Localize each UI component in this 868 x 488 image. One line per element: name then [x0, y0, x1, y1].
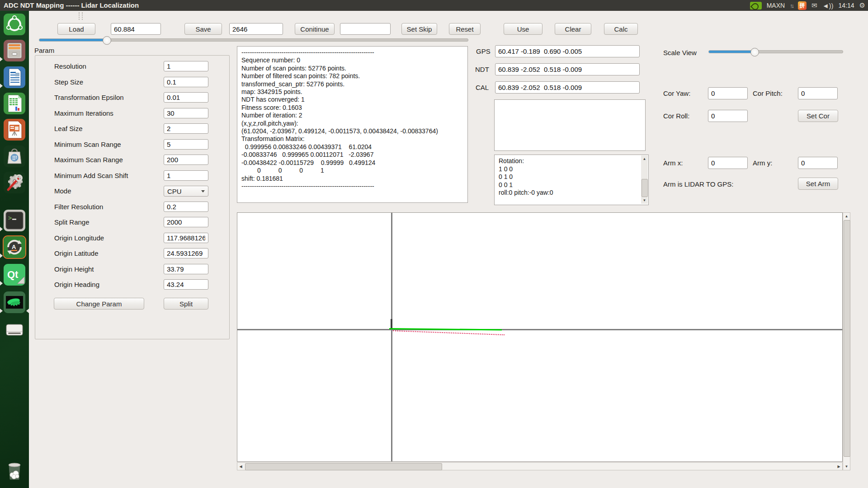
- cor-yaw-input[interactable]: [708, 87, 748, 99]
- plot-vscrollbar-thumb[interactable]: [844, 220, 850, 457]
- dock-item-ubuntu[interactable]: [4, 14, 25, 35]
- set-cor-button[interactable]: Set Cor: [798, 110, 838, 122]
- use-button[interactable]: Use: [504, 23, 542, 35]
- dock-item-settings[interactable]: [4, 172, 25, 193]
- scroll-up-icon[interactable]: ▲: [641, 155, 648, 162]
- dock-item-pointcloud-app[interactable]: [4, 291, 25, 313]
- window-title: ADC NDT Mapping ------ Lidar Localizatio…: [4, 0, 139, 11]
- dock-item-trash[interactable]: [4, 460, 25, 482]
- desktop: ADC NDT Mapping ------ Lidar Localizatio…: [0, 0, 868, 488]
- param-input-maximum-iterations[interactable]: [164, 108, 208, 118]
- running-indicator: [0, 281, 3, 286]
- calc-button[interactable]: Calc: [604, 23, 638, 35]
- param-input-origin-longitude[interactable]: [164, 233, 208, 243]
- load-button[interactable]: Load: [57, 23, 95, 35]
- scale-slider-fill: [709, 51, 754, 53]
- ndt-log-panel[interactable]: ----------------------------------------…: [237, 46, 468, 203]
- param-input-origin-height[interactable]: [164, 264, 208, 274]
- dock-item-software[interactable]: [4, 145, 25, 167]
- clock[interactable]: 14:14: [839, 2, 854, 9]
- reset-button[interactable]: Reset: [449, 23, 481, 35]
- param-label-origin-latitude: Origin Latitude: [54, 249, 99, 257]
- continue-button[interactable]: Conitinue: [295, 23, 335, 35]
- split-button[interactable]: Split: [164, 298, 208, 310]
- plot-vscrollbar[interactable]: ▲ ▼: [843, 212, 850, 470]
- mail-icon[interactable]: ✉: [811, 1, 817, 9]
- cor-roll-input[interactable]: [708, 110, 748, 122]
- map-plot-view[interactable]: [237, 212, 843, 462]
- rotation-scrollbar[interactable]: ▲ ▼: [641, 155, 648, 204]
- param-input-minimum-scan-range[interactable]: [164, 139, 208, 150]
- param-label-minimum-scan-range: Minimum Scan Range: [54, 141, 121, 148]
- param-label-origin-longitude: Origin Longitude: [54, 234, 104, 242]
- param-input-origin-latitude[interactable]: [164, 248, 208, 258]
- param-label-resolution: Resolution: [54, 62, 86, 70]
- clear-button[interactable]: Clear: [555, 23, 591, 35]
- arm-x-input[interactable]: [708, 157, 748, 169]
- scroll-left-icon[interactable]: ◀: [237, 463, 244, 470]
- change-param-button[interactable]: Change Param: [54, 298, 144, 310]
- scroll-down-icon[interactable]: ▼: [843, 463, 850, 470]
- save-value-input[interactable]: [229, 23, 283, 35]
- network-arrows-icon[interactable]: ↑↓: [790, 2, 793, 9]
- param-label-leaf-size: Leaf Size: [54, 125, 83, 132]
- gear-wrench-icon: [4, 172, 25, 193]
- rotation-panel[interactable]: Rotation: 1 0 0 0 1 0 0 0 1 roll:0 pitch…: [494, 155, 649, 205]
- running-indicator: [0, 57, 3, 61]
- param-input-filter-resolution[interactable]: [164, 202, 208, 212]
- scale-slider-handle[interactable]: [750, 48, 759, 56]
- plot-hscrollbar-thumb[interactable]: [245, 463, 442, 470]
- dock-item-disk[interactable]: [4, 319, 25, 341]
- param-input-origin-heading[interactable]: [164, 279, 208, 290]
- scroll-right-icon[interactable]: ▶: [835, 463, 842, 470]
- param-input-leaf-size[interactable]: [164, 123, 208, 134]
- rotation-scrollbar-thumb[interactable]: [642, 179, 648, 197]
- plot-hscrollbar[interactable]: ◀ ▶: [237, 462, 843, 470]
- set-arm-button[interactable]: Set Arm: [798, 178, 838, 190]
- svg-text:A: A: [12, 244, 16, 250]
- svg-text:>: >: [8, 214, 12, 221]
- param-label-origin-heading: Origin Heading: [54, 281, 99, 288]
- input-method-icon[interactable]: 拼: [798, 1, 807, 10]
- trash-icon: [4, 460, 25, 482]
- param-label-minimum-add-scan-shift: Minimum Add Scan Shift: [54, 172, 128, 179]
- dock-item-terminal[interactable]: >: [4, 210, 25, 231]
- cor-pitch-input[interactable]: [798, 87, 838, 99]
- nvidia-icon[interactable]: [750, 2, 762, 9]
- mode-combobox[interactable]: CPU: [164, 186, 208, 197]
- dock-item-qtcreator[interactable]: Qt: [4, 264, 25, 286]
- scroll-down-icon[interactable]: ▼: [641, 197, 648, 204]
- disk-drive-icon: [4, 319, 25, 341]
- ndt-value-input[interactable]: [495, 63, 640, 75]
- dock-item-files[interactable]: [4, 40, 25, 61]
- qt-icon: Qt: [4, 264, 25, 286]
- backup-sync-icon: A: [4, 236, 25, 258]
- param-label-split-range: Split Range: [54, 218, 90, 226]
- load-value-input[interactable]: [111, 23, 161, 35]
- session-gear-icon[interactable]: ⚙: [859, 1, 865, 9]
- param-input-transformation-epsilon[interactable]: [164, 92, 208, 103]
- param-input-split-range[interactable]: [164, 217, 208, 227]
- param-input-minimum-add-scan-shift[interactable]: [164, 170, 208, 181]
- param-input-maximum-scan-range[interactable]: [164, 155, 208, 165]
- volume-icon[interactable]: ◄)): [822, 2, 834, 9]
- frame-slider-handle[interactable]: [103, 36, 111, 45]
- param-input-step-size[interactable]: [164, 77, 208, 87]
- arm-y-label: Arm y:: [753, 159, 772, 167]
- impress-icon: [4, 119, 25, 141]
- param-input-resolution[interactable]: [164, 61, 208, 71]
- scroll-up-icon[interactable]: ▲: [843, 213, 850, 220]
- set-skip-button[interactable]: Set Skip: [401, 23, 437, 35]
- toolbar-grip[interactable]: [79, 12, 83, 20]
- arm-y-input[interactable]: [798, 157, 838, 169]
- scale-view-label: Scale View: [663, 49, 697, 56]
- dock-item-backup[interactable]: A: [3, 235, 26, 259]
- gps-value-input[interactable]: [495, 45, 640, 57]
- dock-item-calc[interactable]: [4, 93, 25, 114]
- continue-value-input[interactable]: [340, 23, 391, 35]
- dock-item-impress[interactable]: [4, 119, 25, 141]
- dock-item-writer[interactable]: [4, 66, 25, 88]
- plot-axis-dark-segment: [391, 319, 392, 329]
- save-button[interactable]: Save: [184, 23, 222, 35]
- cal-value-input[interactable]: [495, 81, 640, 94]
